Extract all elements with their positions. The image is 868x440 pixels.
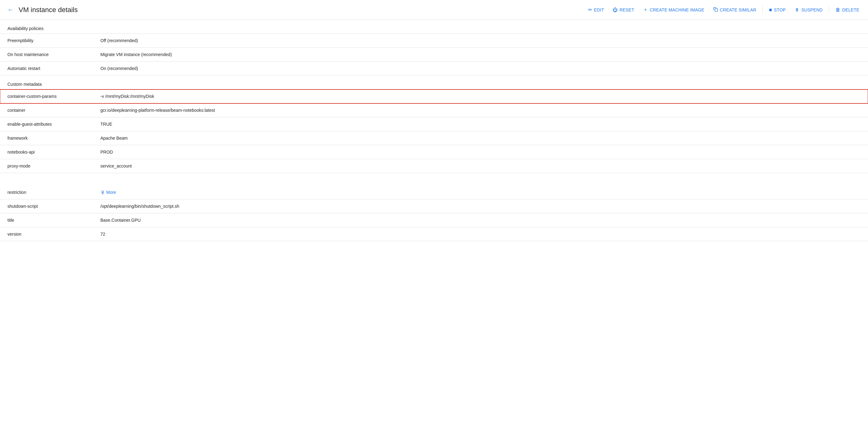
table-row-restriction: restriction ≫ More (0, 185, 868, 199)
create-machine-image-button[interactable]: ＋ CREATE MACHINE IMAGE (639, 4, 708, 15)
row-value: Migrate VM instance (recommended) (93, 48, 868, 62)
row-value: Off (recommended) (93, 34, 868, 48)
availability-table: Preemptibility Off (recommended) On host… (0, 33, 868, 75)
table-row: title Base.Container.GPU (0, 213, 868, 227)
row-value: -v /mnt/myDisk:/mnt/myDisk (93, 90, 868, 103)
chevron-down-icon: ≫ (100, 190, 105, 195)
page-title: VM instance details (19, 6, 78, 14)
table-row: framework Apache Beam (0, 131, 868, 145)
svg-rect-0 (715, 9, 718, 11)
table-row: Preemptibility Off (recommended) (0, 34, 868, 48)
row-value: gcr.io/deeplearning-platform-release/bea… (93, 103, 868, 117)
availability-section-header: Availability policies (0, 20, 868, 33)
row-key: Automatic restart (0, 62, 93, 75)
reset-button[interactable]: ⏻ RESET (609, 4, 638, 15)
row-key: On host maintenance (0, 48, 93, 62)
row-value-more: ≫ More (93, 185, 868, 199)
row-key: shutdown-script (0, 199, 93, 213)
stop-button[interactable]: ■ STOP (765, 4, 789, 15)
suspend-button[interactable]: ⏸ SUSPEND (791, 4, 827, 15)
back-button[interactable]: ← (5, 4, 16, 16)
table-row: container gcr.io/deeplearning-platform-r… (0, 103, 868, 117)
row-key: container-custom-params (0, 90, 93, 103)
toolbar-actions: ✏ EDIT ⏻ RESET ＋ CREATE MACHINE IMAGE CR… (585, 4, 863, 15)
more-link[interactable]: ≫ More (100, 190, 116, 195)
table-row: On host maintenance Migrate VM instance … (0, 48, 868, 62)
delete-icon: 🗑 (835, 7, 840, 13)
row-value: PROD (93, 145, 868, 159)
divider2 (829, 6, 829, 13)
row-value: On (recommended) (93, 62, 868, 75)
suspend-icon: ⏸ (795, 7, 800, 13)
row-value: TRUE (93, 117, 868, 131)
custom-metadata-section-header: Custom metadata (0, 75, 868, 89)
row-key: container (0, 103, 93, 117)
custom-metadata-table: container-custom-params -v /mnt/myDisk:/… (0, 89, 868, 241)
edit-icon: ✏ (588, 7, 592, 13)
back-icon: ← (7, 6, 13, 13)
table-row: proxy-mode service_account (0, 159, 868, 173)
row-key: title (0, 213, 93, 227)
edit-button[interactable]: ✏ EDIT (585, 4, 608, 15)
row-key: framework (0, 131, 93, 145)
row-value: service_account (93, 159, 868, 173)
table-row: Automatic restart On (recommended) (0, 62, 868, 75)
row-value: Apache Beam (93, 131, 868, 145)
table-row: notebooks-api PROD (0, 145, 868, 159)
row-key: Preemptibility (0, 34, 93, 48)
row-value: 72 (93, 227, 868, 241)
row-value: Base.Container.GPU (93, 213, 868, 227)
table-row: shutdown-script /opt/deeplearning/bin/sh… (0, 199, 868, 213)
row-key: version (0, 227, 93, 241)
content: Availability policies Preemptibility Off… (0, 20, 868, 253)
create-machine-image-icon: ＋ (643, 6, 648, 13)
row-value: /opt/deeplearning/bin/shutdown_script.sh (93, 199, 868, 213)
reset-icon: ⏻ (613, 7, 618, 13)
toolbar: ← VM instance details ✏ EDIT ⏻ RESET ＋ C… (0, 0, 868, 20)
row-key: proxy-mode (0, 159, 93, 173)
spacer-row (0, 173, 868, 186)
table-row: enable-guest-attributes TRUE (0, 117, 868, 131)
delete-button[interactable]: 🗑 DELETE (832, 4, 863, 15)
stop-icon: ■ (769, 7, 772, 13)
row-key: notebooks-api (0, 145, 93, 159)
table-row-highlighted: container-custom-params -v /mnt/myDisk:/… (0, 90, 868, 103)
row-key: restriction (0, 185, 93, 199)
create-similar-button[interactable]: CREATE SIMILAR (709, 4, 760, 15)
table-row: version 72 (0, 227, 868, 241)
row-key: enable-guest-attributes (0, 117, 93, 131)
divider (762, 6, 763, 13)
create-similar-icon (713, 7, 718, 13)
